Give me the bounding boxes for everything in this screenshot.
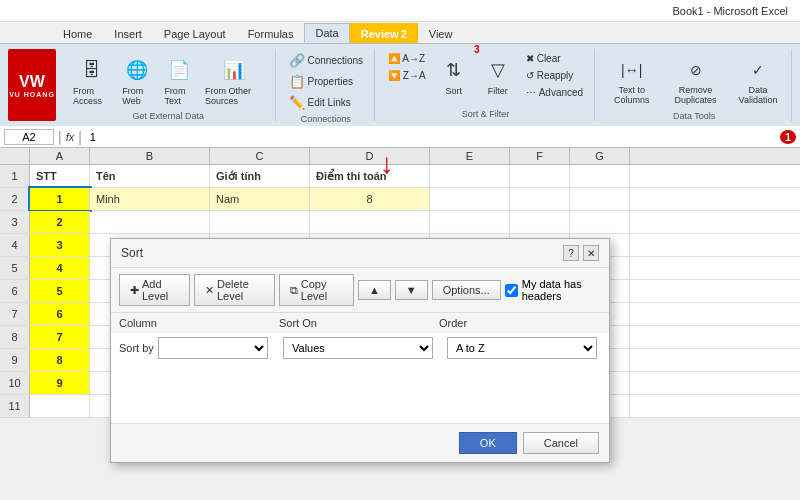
copy-level-icon: ⧉ xyxy=(290,284,298,297)
cell-a4[interactable]: 3 xyxy=(30,234,90,256)
move-up-button[interactable]: ▲ xyxy=(358,280,391,300)
from-text-button[interactable]: 📄 From Text xyxy=(159,51,198,109)
delete-level-icon: ✕ xyxy=(205,284,214,297)
copy-level-button[interactable]: ⧉ Copy Level xyxy=(279,274,354,306)
ok-button[interactable]: OK xyxy=(459,432,517,454)
col-header-g: G xyxy=(570,148,630,164)
cell-d3[interactable] xyxy=(310,211,430,233)
cell-g3[interactable] xyxy=(570,211,630,233)
step1-badge: 1 xyxy=(780,130,796,144)
cell-c1[interactable]: Giới tính xyxy=(210,165,310,187)
row-num-1: 1 xyxy=(0,165,30,187)
cell-a7[interactable]: 6 xyxy=(30,303,90,325)
clear-button[interactable]: ✖ Clear xyxy=(521,51,588,66)
move-down-button[interactable]: ▼ xyxy=(395,280,428,300)
sort-az-button[interactable]: 🔼 A→Z xyxy=(383,51,431,66)
formula-input[interactable] xyxy=(86,130,776,144)
col-header-a: A xyxy=(30,148,90,164)
from-web-icon: 🌐 xyxy=(121,54,153,86)
row-num-5: 5 xyxy=(0,257,30,279)
cell-a8[interactable]: 7 xyxy=(30,326,90,348)
cell-b3[interactable] xyxy=(90,211,210,233)
spreadsheet: A B C D E F G 1 STT Tên Giới tính Điểm t… xyxy=(0,148,800,418)
col-header-b: B xyxy=(90,148,210,164)
sort-filter-group: 🔼 A→Z 🔽 Z→A ⇅ Sort 3 ▽ Filter ✖ Clear xyxy=(377,49,595,121)
tab-data[interactable]: Data xyxy=(304,23,349,43)
formula-bar-separator: | xyxy=(78,129,82,145)
cancel-button[interactable]: Cancel xyxy=(523,432,599,454)
tab-formulas[interactable]: Formulas xyxy=(237,23,305,43)
cell-a3[interactable]: 2 xyxy=(30,211,90,233)
edit-links-button[interactable]: ✏️ Edit Links xyxy=(284,93,369,112)
sort-grid-header: Column Sort On Order xyxy=(111,313,609,333)
order-select[interactable]: A to Z xyxy=(447,337,597,359)
cell-d2[interactable]: 8 xyxy=(310,188,430,210)
cell-f2[interactable] xyxy=(510,188,570,210)
my-data-has-headers-checkbox[interactable] xyxy=(505,284,518,297)
text-to-columns-button[interactable]: |↔| Text to Columns xyxy=(603,51,660,109)
row-num-3: 3 xyxy=(0,211,30,233)
cell-a1[interactable]: STT xyxy=(30,165,90,187)
sort-za-button[interactable]: 🔽 Z→A xyxy=(383,68,431,83)
from-web-button[interactable]: 🌐 From Web xyxy=(117,51,157,109)
sort-button[interactable]: ⇅ Sort 3 xyxy=(433,51,475,99)
cell-a6[interactable]: 5 xyxy=(30,280,90,302)
cell-a10[interactable]: 9 xyxy=(30,372,90,394)
dialog-titlebar: Sort ? ✕ xyxy=(111,239,609,268)
cell-b1[interactable]: Tên xyxy=(90,165,210,187)
col-header-e: E xyxy=(430,148,510,164)
tab-page-layout[interactable]: Page Layout xyxy=(153,23,237,43)
dialog-controls: ? ✕ xyxy=(563,245,599,261)
tab-insert[interactable]: Insert xyxy=(103,23,153,43)
filter-button[interactable]: ▽ Filter xyxy=(477,51,519,99)
connections-button[interactable]: 🔗 Connections xyxy=(284,51,369,70)
cell-reference-input[interactable] xyxy=(4,129,54,145)
cell-e1[interactable] xyxy=(430,165,510,187)
row-num-9: 9 xyxy=(0,349,30,371)
cell-a9[interactable]: 8 xyxy=(30,349,90,371)
tab-view[interactable]: View xyxy=(418,23,464,43)
from-other-button[interactable]: 📊 From Other Sources xyxy=(200,51,269,109)
sort-by-column-select[interactable] xyxy=(158,337,268,359)
col-header-f: F xyxy=(510,148,570,164)
dialog-help-button[interactable]: ? xyxy=(563,245,579,261)
reapply-button[interactable]: ↺ Reapply xyxy=(521,68,588,83)
cell-g1[interactable] xyxy=(570,165,630,187)
logo: VW VU HOANG xyxy=(8,49,56,121)
cell-f3[interactable] xyxy=(510,211,570,233)
cell-g2[interactable] xyxy=(570,188,630,210)
sort-on-select[interactable]: Values xyxy=(283,337,433,359)
advanced-button[interactable]: ⋯ Advanced xyxy=(521,85,588,100)
from-access-button[interactable]: 🗄 From Access xyxy=(68,51,115,109)
tab-review[interactable]: Review 2 xyxy=(350,23,418,43)
dialog-close-button[interactable]: ✕ xyxy=(583,245,599,261)
from-text-icon: 📄 xyxy=(163,54,195,86)
sort-icon: ⇅ xyxy=(438,54,470,86)
remove-duplicates-button[interactable]: ⊘ Remove Duplicates xyxy=(662,51,729,109)
tab-home[interactable]: Home xyxy=(52,23,103,43)
cell-d1[interactable]: Điểm thi toán xyxy=(310,165,430,187)
cell-e2[interactable] xyxy=(430,188,510,210)
delete-level-button[interactable]: ✕ Delete Level xyxy=(194,274,275,306)
options-button[interactable]: Options... xyxy=(432,280,501,300)
get-external-data-group: 🗄 From Access 🌐 From Web 📄 From Text 📊 F… xyxy=(62,49,276,121)
cell-b2[interactable]: Minh xyxy=(90,188,210,210)
formula-icon: fx xyxy=(66,131,75,143)
app-title: Book1 - Microsoft Excel xyxy=(672,5,788,17)
add-level-button[interactable]: ✚ Add Level xyxy=(119,274,190,306)
cell-c2[interactable]: Nam xyxy=(210,188,310,210)
sort-by-label: Sort by xyxy=(119,342,154,354)
cell-a11[interactable] xyxy=(30,395,90,417)
filter-icon: ▽ xyxy=(482,54,514,86)
text-to-columns-icon: |↔| xyxy=(616,54,648,86)
cell-a2[interactable]: 1 xyxy=(30,188,90,210)
data-validation-button[interactable]: ✓ Data Validation xyxy=(731,51,785,109)
table-row: 2 1 Minh Nam 8 xyxy=(0,188,800,211)
properties-icon: 📋 xyxy=(289,74,305,89)
properties-button[interactable]: 📋 Properties xyxy=(284,72,369,91)
cell-f1[interactable] xyxy=(510,165,570,187)
cell-a5[interactable]: 4 xyxy=(30,257,90,279)
cell-e3[interactable] xyxy=(430,211,510,233)
cell-c3[interactable] xyxy=(210,211,310,233)
col-header-d: D xyxy=(310,148,430,164)
